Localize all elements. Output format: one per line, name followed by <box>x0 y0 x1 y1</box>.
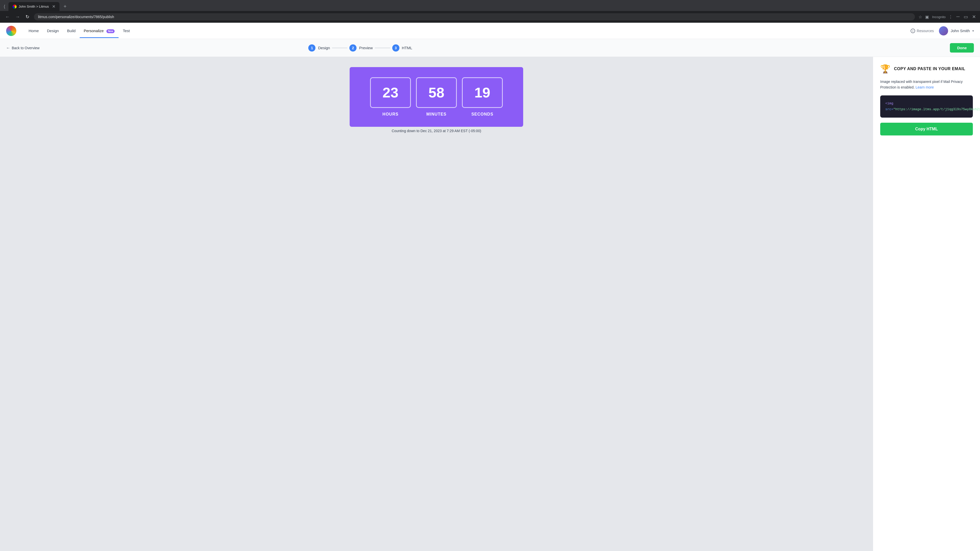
tab-bar: ⟨ John Smith > Litmus ✕ + <box>0 0 980 11</box>
step-3-label: HTML <box>402 46 412 50</box>
top-nav: Home Design Build Personalize New Test i… <box>0 23 980 39</box>
sub-nav: ← Back to Overview 1 Design 2 Preview 3 … <box>0 39 980 57</box>
code-src-value: "https://image.ltms.app/t/j1qg3l9s75wy0k… <box>893 107 980 111</box>
minutes-box: 58 <box>416 77 457 108</box>
hours-value: 23 <box>383 86 398 100</box>
step-2-number: 2 <box>349 44 356 52</box>
personalize-badge: New <box>107 29 115 33</box>
code-block: <img src="https://image.ltms.app/t/j1qg3… <box>880 95 973 118</box>
forward-button[interactable]: → <box>14 13 21 21</box>
back-arrow-icon: ← <box>6 46 10 50</box>
done-button[interactable]: Done <box>950 43 974 52</box>
avatar <box>939 26 948 35</box>
tab-close-icon[interactable]: ✕ <box>52 4 56 9</box>
hours-label: HOURS <box>370 112 411 117</box>
maximize-icon[interactable]: ▭ <box>964 14 968 20</box>
panel-header: 🏆 COPY AND PASTE IN YOUR EMAIL <box>880 64 973 74</box>
url-bar[interactable]: litmus.com/personalize/documents/7865/pu… <box>34 13 915 21</box>
chevron-down-icon: ▾ <box>972 29 974 33</box>
countdown-labels: HOURS MINUTES SECONDS <box>370 112 503 117</box>
incognito-label: Incognito <box>932 15 945 19</box>
step-1: 1 Design <box>308 44 330 52</box>
active-tab[interactable]: John Smith > Litmus ✕ <box>8 2 59 11</box>
tab-spacer: ⟨ <box>3 3 6 11</box>
copy-html-button[interactable]: Copy HTML <box>880 123 973 135</box>
seconds-value: 19 <box>474 86 490 100</box>
avatar-image <box>939 26 948 35</box>
step-3: 3 HTML <box>392 44 412 52</box>
browser-controls: ← → ↻ litmus.com/personalize/documents/7… <box>0 11 980 23</box>
trophy-icon: 🏆 <box>880 64 891 74</box>
new-tab-button[interactable]: + <box>62 3 68 11</box>
tab-back-icon[interactable]: ⟨ <box>3 3 6 11</box>
countdown-caption: Counting down to Dec 21, 2023 at 7:29 AM… <box>392 129 481 133</box>
nav-items: Home Design Build Personalize New Test <box>24 24 911 38</box>
resources-link[interactable]: i Resources <box>911 29 934 33</box>
preview-area: 23 58 19 HOURS MINUTES SECONDS Counting … <box>0 57 873 551</box>
right-panel: 🏆 COPY AND PASTE IN YOUR EMAIL Image rep… <box>873 57 980 551</box>
seconds-box: 19 <box>462 77 503 108</box>
nav-design[interactable]: Design <box>43 24 63 38</box>
panel-title: COPY AND PASTE IN YOUR EMAIL <box>894 67 965 71</box>
refresh-button[interactable]: ↻ <box>24 13 30 21</box>
logo[interactable] <box>6 26 16 36</box>
step-2: 2 Preview <box>349 44 372 52</box>
username: John Smith <box>951 29 970 33</box>
minutes-value: 58 <box>428 86 444 100</box>
nav-personalize[interactable]: Personalize New <box>80 24 119 38</box>
code-line-2: src= <box>885 107 893 111</box>
step-1-number: 1 <box>308 44 315 52</box>
wizard-steps: 1 Design 2 Preview 3 HTML <box>308 44 412 52</box>
menu-icon[interactable]: ⋮ <box>948 14 953 19</box>
step-1-label: Design <box>318 46 330 50</box>
step-3-number: 3 <box>392 44 399 52</box>
step-connector-1 <box>332 48 347 48</box>
main-content: 23 58 19 HOURS MINUTES SECONDS Counting … <box>0 57 980 551</box>
seconds-label: SECONDS <box>462 112 503 117</box>
step-connector-2 <box>375 48 390 48</box>
hours-box: 23 <box>370 77 411 108</box>
close-icon[interactable]: ✕ <box>972 14 976 20</box>
back-to-overview-link[interactable]: ← Back to Overview <box>6 46 40 50</box>
bookmark-icon[interactable]: ☆ <box>918 14 922 19</box>
browser-chrome: ⟨ John Smith > Litmus ✕ + ← → ↻ litmus.c… <box>0 0 980 23</box>
user-menu[interactable]: John Smith ▾ <box>939 26 974 35</box>
countdown-widget: 23 58 19 HOURS MINUTES SECONDS <box>350 67 523 127</box>
nav-home[interactable]: Home <box>24 24 43 38</box>
panel-info: Image replaced with transparent pixel if… <box>880 79 973 90</box>
step-2-label: Preview <box>359 46 372 50</box>
extension-icon[interactable]: ▣ <box>925 14 929 19</box>
browser-actions: ☆ ▣ Incognito ⋮ <box>918 14 953 19</box>
code-line-1: <img <box>885 102 893 105</box>
nav-test[interactable]: Test <box>119 24 134 38</box>
learn-more-link[interactable]: Learn more <box>916 85 934 89</box>
app: Home Design Build Personalize New Test i… <box>0 23 980 551</box>
nav-right: i Resources John Smith ▾ <box>911 26 974 35</box>
countdown-numbers: 23 58 19 <box>370 77 503 108</box>
url-text: litmus.com/personalize/documents/7865/pu… <box>38 15 911 19</box>
minimize-icon[interactable]: ─ <box>956 14 959 20</box>
tab-favicon <box>13 5 17 9</box>
nav-build[interactable]: Build <box>63 24 80 38</box>
tab-title: John Smith > Litmus <box>19 5 50 8</box>
minutes-label: MINUTES <box>416 112 457 117</box>
info-icon: i <box>911 29 915 33</box>
window-controls: ─ ▭ ✕ <box>956 14 976 20</box>
back-button[interactable]: ← <box>4 13 11 21</box>
